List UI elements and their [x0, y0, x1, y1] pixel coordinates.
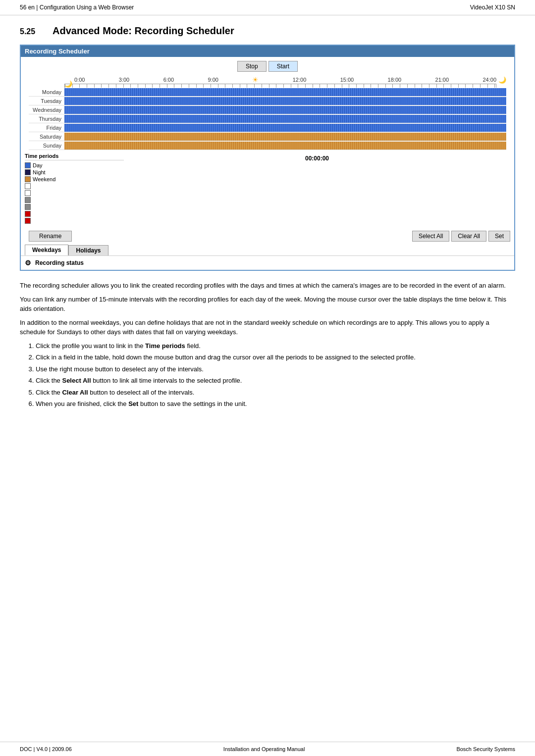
step-4-bold: Select All: [62, 377, 91, 384]
time-18: 18:00: [388, 77, 402, 83]
step-2: Click in a field in the table, hold down…: [36, 353, 515, 362]
step-1-bold: Time periods: [145, 342, 185, 350]
stop-button[interactable]: Stop: [237, 61, 267, 72]
period-4[interactable]: [25, 183, 124, 189]
period-7[interactable]: [25, 204, 124, 210]
panel-title: Recording Scheduler: [21, 46, 514, 57]
row-saturday: Saturday: [29, 132, 506, 141]
clear-all-button[interactable]: Clear All: [451, 231, 486, 242]
row-sunday: Sunday: [29, 141, 506, 150]
time-display: 00:00:00: [305, 155, 329, 162]
recording-status-row: ⚙ Recording status: [21, 255, 514, 270]
period-6[interactable]: [25, 197, 124, 203]
step-5: Click the Clear All button to deselect a…: [36, 388, 515, 398]
time-0: 0:00: [74, 77, 85, 83]
time-display-area: 00:00:00: [124, 153, 510, 162]
color-8: [25, 211, 31, 217]
period-day-label: Day: [33, 162, 43, 168]
time-periods-left: Time periods Day Night Weekend: [25, 153, 124, 225]
time-21: 21:00: [435, 77, 449, 83]
day-saturday: Saturday: [29, 134, 64, 140]
color-6: [25, 197, 31, 203]
schedule-grid: Monday Tuesday Wednesday: [29, 88, 506, 150]
step-6: When you are finished, click the Set but…: [36, 399, 515, 409]
tab-weekdays[interactable]: Weekdays: [25, 245, 68, 255]
row-wednesday: Wednesday: [29, 105, 506, 114]
row-thursday: Thursday: [29, 114, 506, 123]
recording-status-label: Recording status: [35, 259, 84, 266]
period-day[interactable]: Day: [25, 162, 124, 168]
blocks-sunday[interactable]: [64, 142, 506, 150]
row-friday: Friday: [29, 123, 506, 132]
blocks-monday[interactable]: [64, 88, 506, 96]
para-2: You can link any number of 15-minute int…: [20, 295, 515, 314]
time-6: 6:00: [163, 77, 174, 83]
step-1: Click the profile you want to link in th…: [36, 341, 515, 351]
header-right: VideoJet X10 SN: [470, 4, 515, 11]
moon-icon-left: 🌙: [64, 80, 72, 88]
header-left: 56 en | Configuration Using a Web Browse…: [20, 4, 134, 11]
color-weekend: [25, 176, 31, 182]
content-area: 5.25 Advanced Mode: Recording Scheduler …: [0, 15, 535, 443]
color-7: [25, 204, 31, 210]
time-9: 9:00: [208, 77, 218, 83]
blocks-friday[interactable]: [64, 124, 506, 132]
step-6-bold: Set: [128, 400, 138, 407]
blocks-saturday[interactable]: [64, 133, 506, 141]
bottom-buttons: Rename Select All Clear All Set: [21, 228, 514, 245]
steps-list: Click the profile you want to link in th…: [36, 341, 515, 409]
step-5-bold: Clear All: [62, 389, 88, 396]
day-thursday: Thursday: [29, 116, 64, 122]
day-friday: Friday: [29, 125, 64, 131]
rename-button[interactable]: Rename: [29, 231, 72, 242]
period-9[interactable]: [25, 218, 124, 224]
color-night: [25, 169, 31, 175]
section-heading: Advanced Mode: Recording Scheduler: [53, 25, 234, 37]
time-3: 3:00: [119, 77, 129, 83]
color-9: [25, 218, 31, 224]
time-24: 24:00: [482, 77, 496, 83]
blocks-wednesday[interactable]: [64, 106, 506, 114]
time-periods-container: Time periods Day Night Weekend: [21, 150, 514, 228]
period-weekend[interactable]: Weekend: [25, 176, 124, 182]
ruler: [64, 84, 496, 88]
step-4: Click the Select All button to link all …: [36, 376, 515, 386]
para-3: In addition to the normal weekdays, you …: [20, 318, 515, 337]
timeline-area: 🌙 0:00 3:00 6:00 9:00 ☀ 12:00 15:00 18:0…: [21, 76, 514, 150]
time-12: 12:00: [293, 77, 307, 83]
scheduler-panel: Recording Scheduler Stop Start 🌙 0:00 3:…: [20, 45, 515, 271]
color-4: [25, 183, 31, 189]
sun-icon: ☀: [252, 76, 259, 84]
moon-icon-right: 🌙: [498, 76, 506, 84]
recording-icon: ⚙: [25, 259, 31, 267]
period-night-label: Night: [33, 169, 46, 175]
footer-left: DOC | V4.0 | 2009.06: [20, 746, 72, 752]
text-content: The recording scheduler allows you to li…: [20, 281, 515, 409]
start-button[interactable]: Start: [268, 61, 298, 72]
blocks-thursday[interactable]: [64, 115, 506, 123]
tab-row: Weekdays Holidays: [21, 245, 514, 255]
step-3: Use the right mouse button to deselect a…: [36, 364, 515, 374]
blocks-tuesday[interactable]: [64, 97, 506, 105]
color-day: [25, 162, 31, 168]
tab-holidays[interactable]: Holidays: [68, 245, 108, 255]
row-tuesday: Tuesday: [29, 97, 506, 105]
para-1: The recording scheduler allows you to li…: [20, 281, 515, 291]
color-5: [25, 190, 31, 196]
section-number: 5.25: [20, 27, 45, 36]
period-8[interactable]: [25, 211, 124, 217]
row-monday: Monday: [29, 88, 506, 97]
day-wednesday: Wednesday: [29, 107, 64, 113]
period-weekend-label: Weekend: [33, 176, 55, 182]
page-header: 56 en | Configuration Using a Web Browse…: [0, 0, 535, 15]
day-monday: Monday: [29, 89, 64, 95]
day-sunday: Sunday: [29, 143, 64, 149]
footer-right: Bosch Security Systems: [456, 746, 515, 752]
period-night[interactable]: Night: [25, 169, 124, 175]
time-periods-label: Time periods: [25, 153, 124, 160]
set-button[interactable]: Set: [488, 231, 510, 242]
day-tuesday: Tuesday: [29, 98, 64, 104]
select-all-button[interactable]: Select All: [412, 231, 449, 242]
footer-center: Installation and Operating Manual: [223, 746, 305, 752]
period-5[interactable]: [25, 190, 124, 196]
